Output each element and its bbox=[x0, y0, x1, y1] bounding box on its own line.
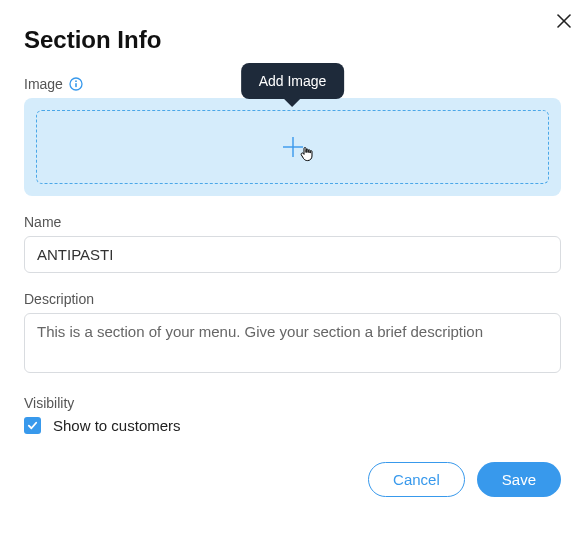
section-info-dialog: Section Info Image Add Image bbox=[0, 0, 585, 521]
image-upload-dropzone[interactable]: Add Image bbox=[36, 110, 549, 184]
check-icon bbox=[27, 420, 38, 431]
description-input[interactable] bbox=[24, 313, 561, 373]
name-label: Name bbox=[24, 214, 561, 230]
name-input[interactable] bbox=[24, 236, 561, 273]
dialog-title: Section Info bbox=[24, 26, 561, 54]
svg-rect-4 bbox=[75, 83, 77, 87]
close-button[interactable] bbox=[555, 12, 573, 30]
visibility-checkbox-row: Show to customers bbox=[24, 417, 561, 434]
cancel-button[interactable]: Cancel bbox=[368, 462, 465, 497]
dialog-actions: Cancel Save bbox=[24, 462, 561, 497]
name-field: Name bbox=[24, 214, 561, 273]
image-field: Image Add Image bbox=[24, 76, 561, 196]
show-to-customers-checkbox[interactable] bbox=[24, 417, 41, 434]
visibility-field: Visibility Show to customers bbox=[24, 395, 561, 434]
cursor-hand-icon bbox=[299, 145, 317, 163]
image-label: Image bbox=[24, 76, 63, 92]
info-icon[interactable] bbox=[69, 77, 83, 91]
save-button[interactable]: Save bbox=[477, 462, 561, 497]
svg-point-3 bbox=[75, 80, 77, 82]
description-label: Description bbox=[24, 291, 561, 307]
show-to-customers-label: Show to customers bbox=[53, 417, 181, 434]
visibility-label: Visibility bbox=[24, 395, 561, 411]
description-field: Description bbox=[24, 291, 561, 377]
add-image-icon-wrap bbox=[281, 135, 305, 159]
image-upload-container: Add Image bbox=[24, 98, 561, 196]
close-icon bbox=[555, 12, 573, 30]
image-field-label-row: Image bbox=[24, 76, 561, 92]
